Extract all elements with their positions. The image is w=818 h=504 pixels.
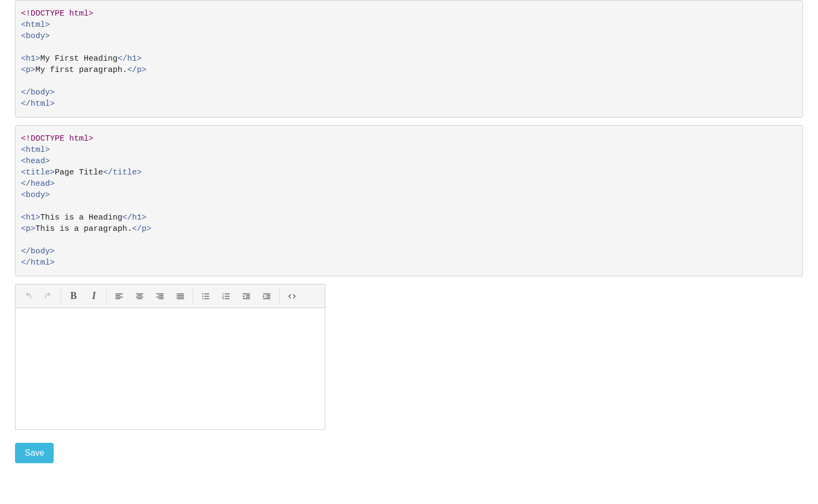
italic-icon: I xyxy=(92,290,96,302)
bullet-list-icon xyxy=(201,291,210,301)
redo-button[interactable] xyxy=(38,286,59,306)
svg-point-0 xyxy=(202,293,203,294)
indent-icon xyxy=(262,291,272,301)
undo-icon xyxy=(23,291,33,301)
number-list-icon xyxy=(221,291,231,301)
editor-content-area[interactable] xyxy=(16,308,325,429)
editor-toolbar: B I xyxy=(16,284,325,308)
align-center-button[interactable] xyxy=(129,286,150,306)
justify-button[interactable] xyxy=(170,286,191,306)
align-left-icon xyxy=(114,291,124,301)
align-center-icon xyxy=(135,291,144,301)
align-right-icon xyxy=(155,291,165,301)
indent-button[interactable] xyxy=(257,286,277,306)
code-block-1: <!DOCTYPE html> <html> <body> <h1>My Fir… xyxy=(15,0,803,118)
toolbar-separator xyxy=(106,289,107,304)
justify-icon xyxy=(176,291,185,301)
svg-point-2 xyxy=(202,298,203,299)
toolbar-separator xyxy=(193,289,193,304)
italic-button[interactable]: I xyxy=(84,286,104,306)
code-icon xyxy=(287,291,297,301)
source-code-button[interactable] xyxy=(282,286,302,306)
toolbar-separator xyxy=(279,289,280,304)
rich-text-editor: B I xyxy=(15,284,325,430)
bullet-list-button[interactable] xyxy=(195,286,216,306)
code-block-2: <!DOCTYPE html> <html> <head> <title>Pag… xyxy=(15,125,803,276)
redo-icon xyxy=(43,291,53,301)
bold-icon: B xyxy=(70,290,77,302)
number-list-button[interactable] xyxy=(216,286,236,306)
undo-button[interactable] xyxy=(18,286,38,306)
save-button[interactable]: Save xyxy=(15,443,54,463)
bold-button[interactable]: B xyxy=(63,286,84,306)
toolbar-separator xyxy=(61,289,61,304)
outdent-button[interactable] xyxy=(236,286,257,306)
align-right-button[interactable] xyxy=(150,286,170,306)
align-left-button[interactable] xyxy=(109,286,129,306)
svg-point-1 xyxy=(202,295,203,296)
outdent-icon xyxy=(242,291,251,301)
